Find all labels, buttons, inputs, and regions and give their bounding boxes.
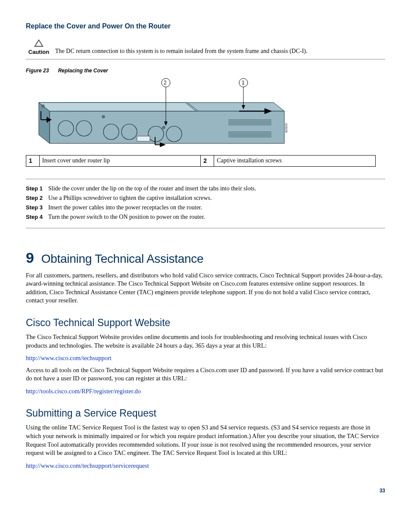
step-text: Insert the power cables into the power r… — [48, 204, 202, 212]
step-label: Step 2 — [26, 194, 48, 202]
figure-label: Figure 23 — [26, 68, 49, 74]
caution-text: The DC return connection to this system … — [52, 39, 308, 56]
step-label: Step 3 — [26, 204, 48, 212]
register-link[interactable]: http://tools.cisco.com/RPF/register/regi… — [26, 387, 385, 396]
section-heading: Replace the Cover and Power On the Route… — [26, 22, 385, 31]
chapter-heading: 9 Obtaining Technical Assistance — [26, 248, 385, 268]
step-label: Step 4 — [26, 213, 48, 221]
chapter-number: 9 — [26, 249, 34, 266]
chapter-title: Obtaining Technical Assistance — [41, 252, 204, 265]
support-link[interactable]: http://www.cisco.com/techsupport — [26, 354, 385, 363]
subsection-heading: Submitting a Service Request — [26, 407, 385, 420]
caution-icon — [26, 39, 52, 47]
step-row: Step 3 Insert the power cables into the … — [26, 204, 385, 212]
svg-point-24 — [42, 105, 44, 107]
step-text: Use a Phillips screwdriver to tighten th… — [48, 194, 212, 202]
figure-caption: Figure 23 Replacing the Cover — [26, 67, 385, 74]
callout-desc: Insert cover under router lip — [39, 156, 200, 167]
callout-table: 1 Insert cover under router lip 2 Captiv… — [26, 155, 376, 167]
svg-point-26 — [162, 126, 165, 129]
balloon-1: 1 — [242, 80, 245, 86]
body-paragraph: Using the online TAC Service Request Too… — [26, 423, 385, 457]
callout-num: 2 — [201, 156, 214, 167]
step-row: Step 2 Use a Phillips screwdriver to tig… — [26, 194, 385, 202]
page-number: 33 — [26, 487, 385, 494]
callout-desc: Captive installation screws — [214, 156, 376, 167]
step-row: Step 4 Turn the power switch to the ON p… — [26, 213, 385, 221]
figure-title: Replacing the Cover — [58, 68, 108, 74]
svg-marker-5 — [39, 103, 196, 111]
caution-label: Caution — [26, 48, 52, 56]
figure-illustration: 2 1 80905 — [26, 77, 376, 153]
step-text: Slide the cover under the lip on the top… — [48, 185, 256, 193]
steps-block: Step 1 Slide the cover under the lip on … — [26, 179, 385, 228]
svg-rect-13 — [137, 136, 150, 141]
servicerequest-link[interactable]: http://www.cisco.com/techsupport/service… — [26, 462, 385, 470]
chapter-intro: For all customers, partners, resellers, … — [26, 271, 385, 305]
table-row: 1 Insert cover under router lip 2 Captiv… — [26, 156, 376, 167]
svg-point-25 — [102, 115, 105, 118]
balloon-2: 2 — [164, 80, 167, 86]
body-paragraph: Access to all tools on the Cisco Technic… — [26, 366, 385, 383]
art-number: 80905 — [284, 123, 288, 133]
step-row: Step 1 Slide the cover under the lip on … — [26, 185, 385, 193]
callout-num: 1 — [26, 156, 40, 167]
subsection-heading: Cisco Technical Support Website — [26, 316, 385, 330]
step-label: Step 1 — [26, 185, 48, 193]
svg-marker-3 — [50, 111, 284, 143]
step-text: Turn the power switch to the ON position… — [48, 213, 205, 221]
caution-block: Caution The DC return connection to this… — [26, 39, 385, 60]
body-paragraph: The Cisco Technical Support Website prov… — [26, 333, 385, 350]
